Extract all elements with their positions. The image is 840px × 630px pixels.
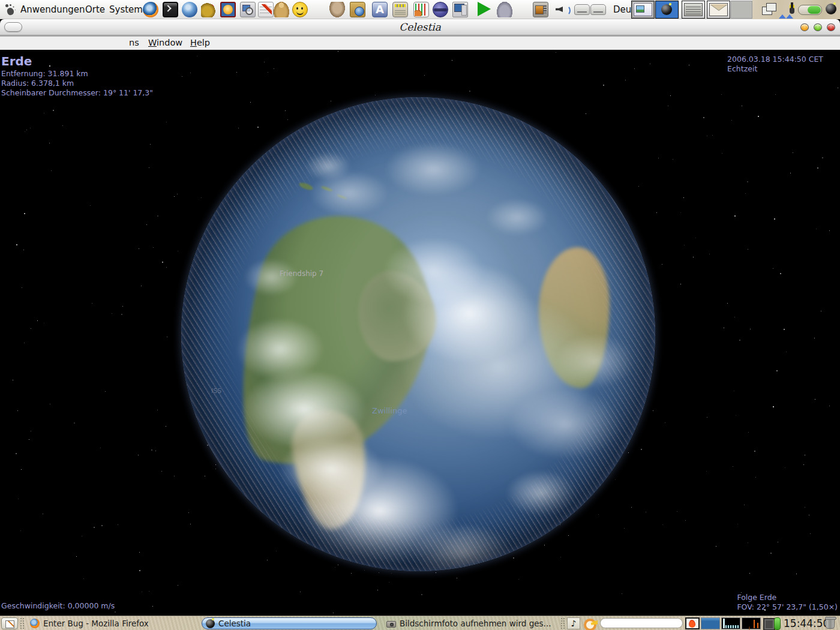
font-viewer-launcher-icon[interactable]: A — [372, 2, 388, 17]
task-button-firefox[interactable]: Enter Bug - Mozilla Firefox — [26, 617, 199, 629]
firefox-task-icon — [30, 619, 40, 628]
taskbar: Enter Bug - Mozilla Firefox Celestia Bil… — [0, 616, 840, 630]
close-button[interactable] — [827, 23, 835, 31]
menu-anwendungen[interactable]: Anwendungen — [18, 0, 88, 19]
earth-globe[interactable] — [181, 97, 655, 571]
panel-tray-area — [752, 0, 840, 19]
hud-speed: Geschwindigkeit: 0,00000 m/s — [1, 601, 115, 611]
space-viewport[interactable]: Friendship 7 ISS Zwillinge Erde Entfernu… — [0, 50, 840, 616]
deskbar-search-input[interactable] — [600, 618, 683, 628]
menu-orte[interactable]: Orte — [83, 0, 107, 19]
celestia-task-icon — [206, 619, 215, 628]
taskbar-clock[interactable]: 15:44:50 — [784, 616, 829, 630]
hud-datetime: 2006.03.18 15:44:50 CET — [727, 55, 823, 64]
menu-item-help[interactable]: Help — [190, 38, 210, 47]
hud-object-info: Erde Entfernung: 31.891 km Radius: 6.378… — [1, 55, 153, 98]
gnome-foot-icon[interactable] — [5, 4, 17, 16]
hud-object-name: Erde — [1, 55, 153, 68]
power-plug-tray-icon[interactable] — [788, 2, 796, 16]
system-monitor-cpu-graph[interactable] — [701, 617, 720, 629]
applet-handle[interactable] — [560, 617, 565, 629]
system-monitor-memory-graph[interactable] — [721, 617, 740, 629]
smiley-launcher-icon[interactable] — [292, 2, 308, 17]
celestia-titlebar[interactable]: Celestia — [0, 19, 840, 35]
battery-tray-icon[interactable] — [798, 5, 822, 15]
menu-item-truncated[interactable]: ns — [129, 38, 139, 47]
celestia-icon — [661, 4, 672, 15]
thunderbird-launcher-icon[interactable] — [182, 2, 197, 17]
amplifier-launcher-icon[interactable] — [392, 2, 408, 17]
amule-launcher-icon[interactable] — [329, 2, 345, 17]
camera-task-icon — [386, 621, 396, 628]
hud-fov: FOV: 22° 57' 23,7" (1,50×) — [737, 602, 838, 612]
trash-icon[interactable] — [826, 619, 835, 629]
hud-distance: Entfernung: 31.891 km — [1, 69, 153, 79]
minimize-button[interactable] — [800, 23, 809, 31]
task-button-screenshot[interactable]: Bildschirmfoto aufnehmen wird ges... — [383, 617, 559, 629]
label-zwillinge: Zwillinge — [372, 406, 407, 415]
window-button-image-viewer[interactable] — [631, 1, 655, 19]
applet-handle[interactable] — [20, 617, 24, 629]
atmosphere-rim — [181, 97, 655, 571]
file-manager-launcher-icon[interactable] — [350, 2, 365, 17]
celestia-menubar: ns Window Help — [0, 35, 840, 50]
remote-desktop-launcher-icon[interactable] — [452, 2, 468, 17]
window-button-archive[interactable] — [682, 1, 705, 19]
task-button-celestia-active[interactable]: Celestia — [202, 617, 377, 629]
hud-follow: Folge Erde — [737, 593, 838, 602]
label-iss[interactable]: ISS — [211, 387, 221, 395]
java-launcher-icon[interactable] — [433, 2, 448, 17]
window-button-celestia-active[interactable] — [655, 1, 679, 19]
keyboard-layout-indicator[interactable]: Deu — [613, 0, 631, 19]
volume-icon[interactable] — [554, 2, 570, 17]
celestia-tray-icon[interactable] — [826, 4, 836, 14]
image-viewer-window-icon — [634, 3, 652, 16]
music-note-icon[interactable]: ♪ — [567, 617, 580, 629]
hud-apparent-diameter: Scheinbarer Durchmesser: 19° 11' 17,3" — [1, 88, 153, 98]
menu-system[interactable]: System — [107, 0, 145, 19]
show-desktop-button[interactable] — [1, 617, 18, 629]
hud-time-info: 2006.03.18 15:44:50 CET Echtzeit — [727, 55, 823, 74]
hud-time-mode: Echtzeit — [727, 64, 823, 74]
terminal-launcher-icon[interactable] — [163, 2, 178, 17]
media-player-launcher-icon[interactable] — [478, 2, 491, 16]
window-button-empty — [731, 1, 752, 19]
audio-recorder-launcher-icon[interactable] — [413, 2, 429, 17]
drive-icon-2[interactable] — [590, 4, 606, 15]
dual-monitors-tray-icon[interactable] — [762, 3, 776, 15]
figure-launcher-icon[interactable] — [274, 2, 289, 17]
cpu-frequency-icon[interactable] — [763, 617, 780, 629]
text-editor-launcher-icon[interactable] — [258, 2, 274, 17]
window-title: Celestia — [0, 21, 840, 33]
gaim-launcher-icon[interactable] — [201, 2, 217, 17]
menu-item-window[interactable]: Window — [148, 38, 182, 47]
highlighted-launcher-icon[interactable] — [220, 2, 236, 17]
archive-window-icon — [684, 3, 703, 16]
label-friendship-7[interactable]: Friendship 7 — [280, 269, 323, 278]
firefox-launcher-icon[interactable] — [143, 2, 158, 17]
device-launcher-icon[interactable] — [533, 2, 548, 17]
image-viewer-launcher-icon[interactable] — [240, 2, 256, 17]
mail-window-icon — [709, 3, 728, 16]
hud-fov-info: Folge Erde FOV: 22° 57' 23,7" (1,50×) — [737, 593, 838, 612]
hud-radius: Radius: 6.378,1 km — [1, 79, 153, 88]
fax-launcher-icon[interactable] — [497, 2, 512, 17]
window-button-mail[interactable] — [707, 1, 730, 19]
search-key-icon[interactable] — [583, 617, 599, 629]
flame-alert-icon[interactable] — [685, 617, 700, 629]
gnome-top-panel: Anwendungen Orte System A Deu — [0, 0, 840, 19]
drive-icon-1[interactable] — [574, 4, 590, 15]
system-monitor-network-graph[interactable] — [742, 617, 761, 629]
maximize-button[interactable] — [814, 23, 822, 31]
